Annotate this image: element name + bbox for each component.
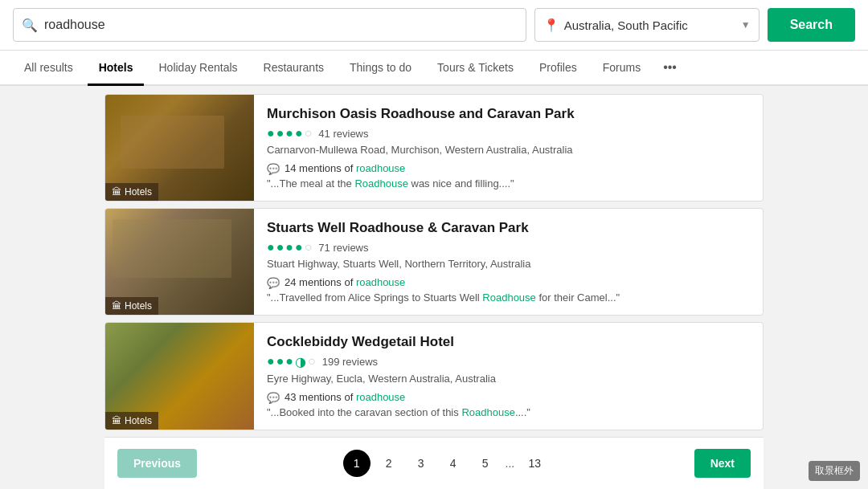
result-body-stuarts: Stuarts Well Roadhouse & Caravan Park ● … [254,209,763,315]
more-tabs-icon[interactable]: ••• [655,51,685,84]
mention-text-cockle: 43 mentions of roadhouse [285,391,405,403]
rating-row-stuarts: ● ● ● ● ○ 71 reviews [267,240,750,255]
page-13[interactable]: 13 [521,450,548,477]
location-pin-icon: 📍 [543,18,559,33]
mention-link-murchison[interactable]: roadhouse [356,162,405,174]
search-input-wrap: 🔍 [13,8,526,42]
comment-icon-murchison: 💬 [267,163,280,175]
bed-icon-cockle: 🏛 [112,415,121,426]
quote-link-cockle[interactable]: Roadhouse [461,406,515,418]
mention-row-stuarts: 💬 24 mentions of roadhouse [267,276,750,289]
result-title-murchison[interactable]: Murchison Oasis Roadhouse and Caravan Pa… [267,106,750,122]
quote-stuarts: "...Travelled from Alice Springs to Stua… [267,291,750,304]
page-2[interactable]: 2 [375,450,403,477]
bed-icon-stuarts: 🏛 [112,300,121,312]
result-image-stuarts: 🏛 Hotels [105,209,254,315]
pagination-bar: Previous 1 2 3 4 5 ... 13 Next [104,437,764,489]
chevron-down-icon: ▼ [741,19,751,31]
tabs-bar: All results Hotels Holiday Rentals Resta… [0,51,868,86]
result-title-cockle[interactable]: Cocklebiddy Wedgetail Hotel [267,334,750,350]
star4: ● [295,126,303,141]
result-card-stuarts: 🏛 Hotels Stuarts Well Roadhouse & Carava… [104,208,764,316]
img-label-text-cockle: Hotels [125,415,152,426]
star2: ● [276,126,285,141]
result-image-cockle: 🏛 Hotels [105,323,254,430]
review-count-cockle: 199 reviews [322,356,378,368]
star4: ● [295,240,303,255]
address-cockle: Eyre Highway, Eucla, Western Australia, … [267,373,750,385]
star5: ○ [305,240,313,255]
mention-link-cockle[interactable]: roadhouse [356,391,405,403]
stars-murchison: ● ● ● ● ○ [267,126,312,141]
star5: ○ [308,354,316,369]
quote-murchison: "...The meal at the Roadhouse was nice a… [267,177,750,189]
star5: ○ [305,126,313,141]
quote-link-stuarts[interactable]: Roadhouse [482,291,536,304]
hotel-label-stuarts: 🏛 Hotels [105,297,158,315]
star2: ● [276,354,285,369]
tab-restaurants[interactable]: Restaurants [252,51,335,86]
tab-things-to-do[interactable]: Things to do [338,51,423,86]
page-numbers: 1 2 3 4 5 ... 13 [343,450,549,477]
result-card-cockle: 🏛 Hotels Cocklebiddy Wedgetail Hotel ● ●… [104,322,764,430]
quote-cockle: "...Booked into the caravan section of t… [267,406,750,418]
star1: ● [267,240,275,255]
page-3[interactable]: 3 [407,450,435,477]
result-body-murchison: Murchison Oasis Roadhouse and Caravan Pa… [254,95,763,201]
page-ellipsis: ... [504,457,517,470]
result-card-murchison: 🏛 Hotels Murchison Oasis Roadhouse and C… [104,94,764,202]
bed-icon: 🏛 [112,186,121,198]
comment-icon-stuarts: 💬 [267,277,280,289]
results-container: 🏛 Hotels Murchison Oasis Roadhouse and C… [104,86,764,489]
tab-tours-tickets[interactable]: Tours & Tickets [426,51,525,86]
hotel-label-cockle: 🏛 Hotels [105,412,158,430]
result-body-cockle: Cocklebiddy Wedgetail Hotel ● ● ● ◑ ○ 19… [254,323,763,430]
rating-row-murchison: ● ● ● ● ○ 41 reviews [267,126,750,141]
page-1[interactable]: 1 [343,450,371,477]
img-label-text: Hotels [125,186,152,198]
page-4[interactable]: 4 [440,450,467,477]
hotel-label-murchison: 🏛 Hotels [105,183,158,201]
rating-row-cockle: ● ● ● ◑ ○ 199 reviews [267,354,750,369]
mention-row-murchison: 💬 14 mentions of roadhouse [267,162,750,175]
mention-text-stuarts: 24 mentions of roadhouse [285,276,405,288]
tab-all-results[interactable]: All results [13,51,84,86]
mention-text-murchison: 14 mentions of roadhouse [285,162,405,174]
search-input[interactable] [44,18,518,32]
tab-profiles[interactable]: Profiles [528,51,588,86]
address-murchison: Carnarvon-Mullewa Road, Murchison, Weste… [267,144,750,156]
mention-row-cockle: 💬 43 mentions of roadhouse [267,391,750,404]
comment-icon-cockle: 💬 [267,392,280,404]
location-text: Australia, South Pacific [564,18,736,32]
watermark: 取景框外 [809,461,860,481]
stars-stuarts: ● ● ● ● ○ [267,240,312,255]
stars-cockle: ● ● ● ◑ ○ [267,354,316,369]
quote-link-murchison[interactable]: Roadhouse [354,177,408,189]
star3: ● [285,354,293,369]
location-select-wrap[interactable]: 📍 Australia, South Pacific ▼ [534,8,760,42]
tab-forums[interactable]: Forums [592,51,652,86]
page-5[interactable]: 5 [472,450,499,477]
star3: ● [285,240,293,255]
address-stuarts: Stuart Highway, Stuarts Well, Northern T… [267,258,750,270]
img-label-text-stuarts: Hotels [125,300,152,312]
star1: ● [267,126,275,141]
star3: ● [285,126,293,141]
review-count-murchison: 41 reviews [318,128,368,140]
star1: ● [267,354,275,369]
tab-hotels[interactable]: Hotels [88,51,145,86]
result-image-murchison: 🏛 Hotels [105,95,254,201]
search-bar: 🔍 📍 Australia, South Pacific ▼ Search [0,0,868,51]
review-count-stuarts: 71 reviews [318,242,368,254]
previous-button[interactable]: Previous [117,449,197,478]
result-title-stuarts[interactable]: Stuarts Well Roadhouse & Caravan Park [267,220,750,236]
search-button[interactable]: Search [768,8,855,42]
next-button[interactable]: Next [694,449,751,478]
mention-link-stuarts[interactable]: roadhouse [356,276,405,288]
star2: ● [276,240,285,255]
star4: ◑ [295,354,306,369]
tab-holiday-rentals[interactable]: Holiday Rentals [147,51,248,86]
search-icon: 🔍 [22,18,38,33]
